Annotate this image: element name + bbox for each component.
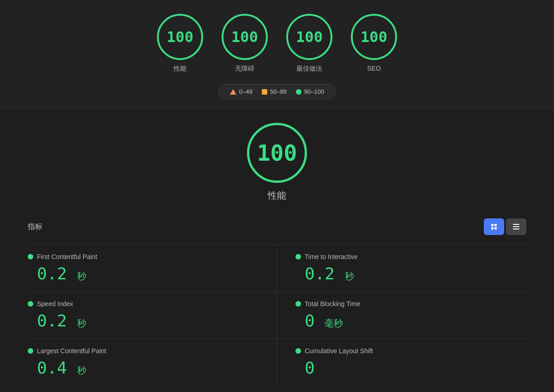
metric-header-tti: Time to Interactive (295, 253, 526, 260)
score-value-best-practices: 100 (296, 28, 323, 46)
legend-bad-label: 0–49 (239, 88, 253, 95)
metric-cell-si: Speed Index 0.2 秒 (28, 291, 277, 338)
score-circle-performance: 100 (157, 14, 203, 60)
metric-header-tbt: Total Blocking Time (295, 300, 526, 308)
metric-dot-fcp (28, 254, 33, 259)
metric-cell-lcp: Largest Contentful Paint 0.4 秒 (28, 338, 277, 386)
metric-header-cls: Cumulative Layout Shift (295, 347, 526, 355)
legend-medium: 50–89 (262, 88, 287, 95)
metrics-grid: First Contentful Paint 0.2 秒 Time to Int… (28, 244, 526, 386)
grid-view-button[interactable] (484, 218, 504, 235)
score-card-seo: 100 SEO (351, 14, 397, 73)
metric-name-lcp: Largest Contentful Paint (37, 347, 106, 355)
metric-value-cls: 0 (305, 358, 526, 377)
score-circle-seo: 100 (351, 14, 397, 60)
score-label-accessibility: 无障碍 (235, 65, 254, 73)
square-icon (262, 89, 267, 95)
metric-unit-fcp: 秒 (77, 271, 86, 282)
metric-name-cls: Cumulative Layout Shift (305, 347, 373, 355)
big-score-area: 100 性能 (247, 123, 307, 202)
metrics-container: 指标 First Contentful Paint (28, 218, 526, 392)
score-label-performance: 性能 (174, 65, 187, 73)
metric-unit-lcp: 秒 (77, 365, 86, 376)
list-view-button[interactable] (506, 218, 526, 235)
metric-dot-cls (295, 348, 301, 354)
legend: 0–49 50–89 90–100 (218, 84, 336, 99)
metric-value-si: 0.2 秒 (37, 311, 258, 330)
metric-value-lcp: 0.4 秒 (37, 358, 258, 377)
metric-header-si: Speed Index (28, 300, 258, 308)
legend-medium-label: 50–89 (270, 88, 287, 95)
metric-header-fcp: First Contentful Paint (28, 253, 258, 260)
score-circle-accessibility: 100 (222, 14, 268, 60)
metric-name-fcp: First Contentful Paint (37, 253, 97, 260)
metric-header-lcp: Largest Contentful Paint (28, 347, 258, 355)
metric-dot-tti (295, 254, 301, 259)
legend-good: 90–100 (296, 88, 324, 95)
metric-cell-cls: Cumulative Layout Shift 0 (277, 338, 526, 386)
score-cards: 100 性能 100 无障碍 100 最佳做法 100 SEO (157, 14, 397, 73)
list-icon (513, 224, 519, 229)
metric-name-tti: Time to Interactive (305, 253, 358, 260)
big-score-label: 性能 (268, 189, 286, 202)
metric-cell-fcp: First Contentful Paint 0.2 秒 (28, 244, 277, 291)
legend-good-label: 90–100 (304, 88, 324, 95)
score-card-best-practices: 100 最佳做法 (286, 14, 332, 73)
score-card-performance: 100 性能 (157, 14, 203, 73)
score-value-accessibility: 100 (231, 28, 258, 46)
metric-unit-tti: 秒 (345, 271, 354, 282)
score-circle-best-practices: 100 (286, 14, 332, 60)
score-value-performance: 100 (167, 28, 193, 46)
circle-icon (296, 89, 301, 95)
score-value-seo: 100 (361, 28, 387, 46)
metric-name-si: Speed Index (37, 300, 73, 308)
view-toggle (484, 218, 526, 235)
metric-cell-tti: Time to Interactive 0.2 秒 (277, 244, 526, 291)
metric-value-tbt: 0 毫秒 (305, 311, 526, 330)
metric-dot-si (28, 301, 33, 307)
metric-name-tbt: Total Blocking Time (305, 300, 361, 308)
metric-cell-tbt: Total Blocking Time 0 毫秒 (277, 291, 526, 338)
top-section: 100 性能 100 无障碍 100 最佳做法 100 SEO 0–49 50–… (0, 0, 554, 109)
big-score-value: 100 (257, 140, 297, 166)
score-label-best-practices: 最佳做法 (296, 65, 322, 73)
metrics-title: 指标 (28, 222, 42, 232)
triangle-icon (230, 89, 236, 95)
metric-unit-tbt: 毫秒 (325, 318, 343, 329)
big-score-circle: 100 (247, 123, 307, 183)
grid-icon (491, 224, 497, 229)
metrics-header: 指标 (28, 218, 526, 235)
score-card-accessibility: 100 无障碍 (222, 14, 268, 73)
metric-dot-lcp (28, 348, 33, 354)
metric-unit-si: 秒 (77, 318, 86, 329)
metric-value-fcp: 0.2 秒 (37, 264, 258, 283)
metric-dot-tbt (295, 301, 301, 307)
legend-bad: 0–49 (230, 88, 253, 95)
metric-value-tti: 0.2 秒 (305, 264, 526, 283)
main-section: 100 性能 指标 Fi (0, 109, 554, 392)
score-label-seo: SEO (367, 65, 381, 72)
